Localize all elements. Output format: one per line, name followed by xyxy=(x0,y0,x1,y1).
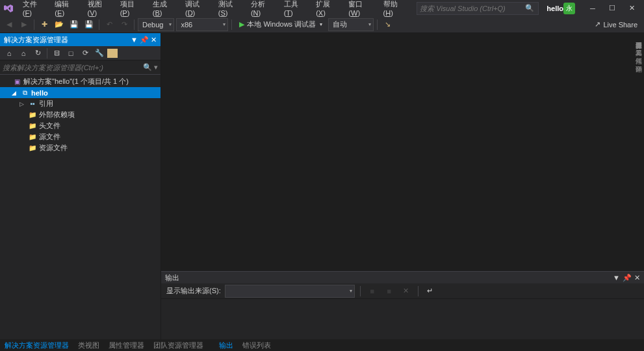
undo-icon[interactable]: ↶ xyxy=(103,18,116,31)
main-area: 解决方案资源管理器 ▼ 📌 ✕ ⌂ ⌂ ↻ ⊟ □ ⟳ 🔧 🔍 ▾ ▣ xyxy=(0,33,644,339)
user-avatar[interactable]: 永 xyxy=(563,3,575,14)
play-icon: ▶ xyxy=(239,20,244,29)
step-icon[interactable]: ↘ xyxy=(381,18,394,31)
save-all-icon[interactable]: 💾 xyxy=(83,18,96,31)
se-refresh-icon[interactable]: ⟳ xyxy=(79,47,92,60)
live-share-button[interactable]: ↗ Live Share xyxy=(591,20,641,29)
maximize-button[interactable]: ☐ xyxy=(602,2,622,15)
output-pin-icon[interactable]: 📌 xyxy=(623,274,632,282)
output-source-dropdown[interactable] xyxy=(225,285,355,298)
platform-dropdown[interactable]: x86 xyxy=(176,18,228,31)
se-home2-icon[interactable]: ⌂ xyxy=(17,47,30,60)
global-search[interactable]: 🔍 xyxy=(417,2,539,15)
resources-node[interactable]: 📁 资源文件 xyxy=(0,142,161,153)
panel-close-icon[interactable]: ✕ xyxy=(151,36,157,44)
solution-node[interactable]: ▣ 解决方案"hello"(1 个项目/共 1 个) xyxy=(0,76,161,87)
window-controls: ─ ☐ ✕ xyxy=(583,2,641,15)
nav-back-icon[interactable]: ◀ xyxy=(3,18,16,31)
rail-tab-3[interactable]: 翻译 xyxy=(633,58,643,63)
se-search-icon[interactable]: 🔍 ▾ xyxy=(143,63,158,72)
headers-node[interactable]: 📁 头文件 xyxy=(0,120,161,131)
right-rail: 服务器资源管理器工具箱属性翻译 xyxy=(632,33,644,63)
output-goto-icon[interactable]: ≡ xyxy=(383,285,396,298)
status-tab-left-3[interactable]: 团队资源管理器 xyxy=(149,339,208,352)
menu-x[interactable]: 扩展(X) xyxy=(311,0,344,19)
se-collapse-icon[interactable]: ⊟ xyxy=(50,47,63,60)
project-node[interactable]: ◢ ⧉ hello xyxy=(0,87,161,98)
folder-icon: 📁 xyxy=(28,110,37,120)
auto-dropdown[interactable]: 自动 xyxy=(328,18,374,31)
vs-logo-icon xyxy=(3,3,14,14)
folder-icon: 📁 xyxy=(28,144,37,153)
status-tab-right-1[interactable]: 错误列表 xyxy=(238,339,276,352)
output-clear-icon[interactable]: ✕ xyxy=(400,285,413,298)
project-icon: ⧉ xyxy=(20,88,29,98)
external-deps-node[interactable]: 📁 外部依赖项 xyxy=(0,109,161,120)
config-dropdown[interactable]: Debug xyxy=(138,18,174,31)
references-node[interactable]: ▷ ▪▪ 引用 xyxy=(0,98,161,109)
status-tab-left-2[interactable]: 属性管理器 xyxy=(104,339,149,352)
solution-icon: ▣ xyxy=(12,77,21,86)
new-file-icon[interactable]: ✚ xyxy=(38,18,51,31)
global-search-input[interactable] xyxy=(420,5,524,12)
se-search-input[interactable] xyxy=(3,64,133,72)
close-button[interactable]: ✕ xyxy=(622,2,641,15)
se-sync-icon[interactable]: ↻ xyxy=(31,47,44,60)
menu-h[interactable]: 帮助(H) xyxy=(379,0,412,19)
menu-w[interactable]: 窗口(W) xyxy=(344,0,378,19)
status-tab-left-1[interactable]: 类视图 xyxy=(73,339,104,352)
menu-e[interactable]: 编辑(E) xyxy=(50,0,83,19)
output-wrap-icon[interactable]: ↵ xyxy=(424,285,437,298)
save-icon[interactable]: 💾 xyxy=(68,18,81,31)
menu-d[interactable]: 调试(D) xyxy=(181,0,214,19)
references-icon: ▪▪ xyxy=(28,99,37,109)
output-find-icon[interactable]: ≡ xyxy=(366,285,379,298)
solution-explorer-search[interactable]: 🔍 ▾ xyxy=(0,60,161,75)
output-panel: 输出 ▼ 📌 ✕ 显示输出来源(S): ≡ ≡ ✕ ↵ xyxy=(161,271,644,339)
titlebar-right: 永 ─ ☐ ✕ xyxy=(563,2,641,15)
editor-surface[interactable] xyxy=(161,33,644,271)
output-source-label: 显示输出来源(S): xyxy=(166,286,221,296)
menu-t[interactable]: 工具(T) xyxy=(279,0,312,19)
menu-b[interactable]: 生成(B) xyxy=(148,0,181,19)
menu-s[interactable]: 测试(S) xyxy=(214,0,246,19)
menu-v[interactable]: 视图(V) xyxy=(83,0,116,19)
se-preview-icon[interactable] xyxy=(107,49,118,58)
menu-bar: 文件(F)编辑(E)视图(V)项目(P)生成(B)调试(D)测试(S)分析(N)… xyxy=(18,0,411,19)
se-properties-icon[interactable]: 🔧 xyxy=(93,47,106,60)
minimize-button[interactable]: ─ xyxy=(583,2,602,15)
panel-controls: ▼ 📌 ✕ xyxy=(131,36,157,44)
references-label: 引用 xyxy=(39,99,53,109)
panel-dropdown-icon[interactable]: ▼ xyxy=(131,36,138,44)
se-showall-icon[interactable]: □ xyxy=(64,47,77,60)
menu-p[interactable]: 项目(P) xyxy=(116,0,148,19)
sources-node[interactable]: 📁 源文件 xyxy=(0,131,161,142)
menu-f[interactable]: 文件(F) xyxy=(18,0,51,19)
solution-explorer-header: 解决方案资源管理器 ▼ 📌 ✕ xyxy=(0,33,161,46)
rail-tab-2[interactable]: 属性 xyxy=(633,50,643,55)
folder-icon: 📁 xyxy=(28,122,37,131)
nav-forward-icon[interactable]: ▶ xyxy=(18,18,31,31)
run-label: 本地 Windows 调试器 xyxy=(247,20,316,29)
se-home-icon[interactable]: ⌂ xyxy=(3,47,16,60)
search-icon[interactable]: 🔍 xyxy=(525,4,534,12)
project-label: hello xyxy=(31,89,48,97)
panel-pin-icon[interactable]: 📌 xyxy=(140,36,149,44)
output-close-icon[interactable]: ✕ xyxy=(634,274,640,282)
rail-tab-1[interactable]: 工具箱 xyxy=(633,42,643,47)
redo-icon[interactable]: ↷ xyxy=(118,18,131,31)
rail-tab-0[interactable]: 服务器资源管理器 xyxy=(633,34,643,40)
status-tab-right-0[interactable]: 输出 xyxy=(214,339,238,352)
output-toolbar: 显示输出来源(S): ≡ ≡ ✕ ↵ xyxy=(161,283,644,299)
titlebar: 文件(F)编辑(E)视图(V)项目(P)生成(B)调试(D)测试(S)分析(N)… xyxy=(0,0,644,16)
output-dropdown-icon[interactable]: ▼ xyxy=(613,274,620,282)
status-tab-left-0[interactable]: 解决方案资源管理器 xyxy=(0,339,73,352)
share-icon: ↗ xyxy=(595,20,600,29)
open-icon[interactable]: 📂 xyxy=(53,18,66,31)
expand-icon[interactable]: ◢ xyxy=(12,90,18,96)
output-body[interactable] xyxy=(161,299,644,339)
run-button[interactable]: ▶ 本地 Windows 调试器 ▾ xyxy=(235,18,326,31)
output-title: 输出 xyxy=(165,273,179,283)
expand-icon[interactable]: ▷ xyxy=(19,101,26,107)
menu-n[interactable]: 分析(N) xyxy=(246,0,279,19)
